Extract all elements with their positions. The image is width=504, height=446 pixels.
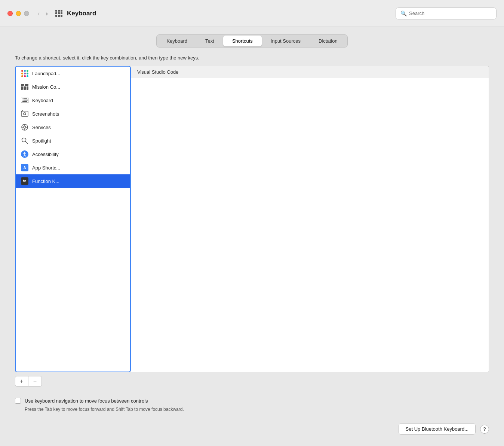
search-input[interactable] [409,10,492,16]
sidebar-item-launchpad[interactable]: Launchpad... [16,67,130,80]
tab-keyboard[interactable]: Keyboard [157,36,196,46]
tab-shortcuts[interactable]: Shortcuts [223,36,262,46]
sidebar-item-accessibility[interactable]: Accessibility [16,147,130,161]
svg-rect-3 [24,86,26,90]
sidebar-item-label: Function K... [32,178,59,184]
sidebar-item-app-shortcuts[interactable]: A App Shortc... [16,161,130,174]
svg-rect-9 [25,98,26,99]
right-panel-header: Visual Studio Code [131,66,489,78]
sidebar-item-screenshots[interactable]: Screenshots [16,107,130,120]
keyboard-icon [21,97,28,104]
svg-rect-1 [25,84,28,86]
app-shortcuts-icon: A [21,164,28,171]
svg-rect-17 [21,111,28,116]
svg-rect-4 [27,86,28,90]
add-shortcut-button[interactable]: + [15,376,28,387]
svg-rect-7 [23,98,24,99]
tab-input-sources[interactable]: Input Sources [262,36,310,46]
tab-text[interactable]: Text [196,36,223,46]
nav-buttons: ‹ › [35,9,50,18]
sidebar-item-keyboard[interactable]: Keyboard [16,94,130,107]
mission-control-icon [21,83,28,91]
window-title: Keyboard [67,10,96,17]
sidebar-content: Launchpad... Mission Co... [16,67,130,372]
svg-rect-15 [26,100,28,101]
svg-rect-13 [24,100,25,101]
sidebar-item-label: Spotlight [32,138,51,144]
sidebar-item-mission-control[interactable]: Mission Co... [16,80,130,94]
traffic-lights [7,11,29,16]
search-box[interactable]: 🔍 [396,7,497,19]
keyboard-nav-checkbox[interactable] [15,398,21,404]
fn-icon: fn [21,177,28,185]
tab-bar: Keyboard Text Shortcuts Input Sources Di… [156,34,347,48]
tab-dictation[interactable]: Dictation [310,36,347,46]
services-icon [21,123,28,131]
svg-point-28 [24,152,25,153]
sidebar-item-function-keys[interactable]: fn Function K... [16,174,130,188]
maximize-button[interactable] [24,11,29,16]
remove-shortcut-button[interactable]: − [28,376,42,387]
tabs-container: Keyboard Text Shortcuts Input Sources Di… [15,34,489,48]
titlebar: ‹ › Keyboard 🔍 [0,0,504,27]
keyboard-nav-label: Use keyboard navigation to move focus be… [25,398,148,404]
sidebar-item-services[interactable]: Services [16,120,130,134]
svg-rect-10 [26,98,27,99]
bottom-controls: + − [15,376,489,387]
right-panel-body [131,78,489,372]
nav-checkbox-row: Use keyboard navigation to move focus be… [15,398,489,404]
sidebar-item-label: App Shortc... [32,165,60,171]
sidebar-item-label: Services [32,125,51,130]
right-panel: Visual Studio Code [131,66,489,372]
help-button[interactable]: ? [480,425,489,434]
sidebar-item-label: Accessibility [32,152,59,157]
keyboard-nav-description: Press the Tab key to move focus forward … [25,407,489,412]
close-button[interactable] [7,11,13,16]
sidebar-list: Launchpad... Mission Co... [15,66,131,372]
accessibility-icon [21,150,28,158]
svg-point-18 [24,113,26,115]
svg-rect-16 [22,101,27,102]
app-grid-icon[interactable] [55,10,62,17]
launchpad-icon [21,70,28,77]
forward-button[interactable]: › [43,9,50,18]
main-content: Keyboard Text Shortcuts Input Sources Di… [0,27,504,446]
bottom-right: Set Up Bluetooth Keyboard... ? [15,423,489,435]
svg-point-21 [24,126,26,128]
setup-bluetooth-button[interactable]: Set Up Bluetooth Keyboard... [399,423,476,435]
svg-rect-8 [24,98,25,99]
sidebar-item-spotlight[interactable]: Spotlight [16,134,130,147]
sidebar-item-label: Screenshots [32,111,59,117]
sidebar-item-label: Keyboard [32,98,53,103]
svg-rect-6 [22,98,22,99]
instruction-text: To change a shortcut, select it, click t… [15,55,489,61]
svg-rect-0 [21,84,24,86]
minimize-button[interactable] [16,11,21,16]
svg-line-32 [25,155,26,156]
svg-rect-11 [22,100,22,101]
panel-wrapper: Launchpad... Mission Co... [15,66,489,372]
search-icon: 🔍 [400,10,407,16]
svg-rect-19 [22,110,23,112]
svg-rect-2 [21,86,23,90]
svg-rect-12 [23,100,24,101]
screenshots-icon [21,110,28,117]
svg-line-27 [25,141,28,144]
sidebar-item-label: Launchpad... [32,71,60,76]
footer-area: Use keyboard navigation to move focus be… [15,398,489,416]
spotlight-icon [21,137,28,144]
back-button[interactable]: ‹ [35,9,42,18]
svg-rect-14 [25,100,26,101]
sidebar-item-label: Mission Co... [32,84,60,90]
